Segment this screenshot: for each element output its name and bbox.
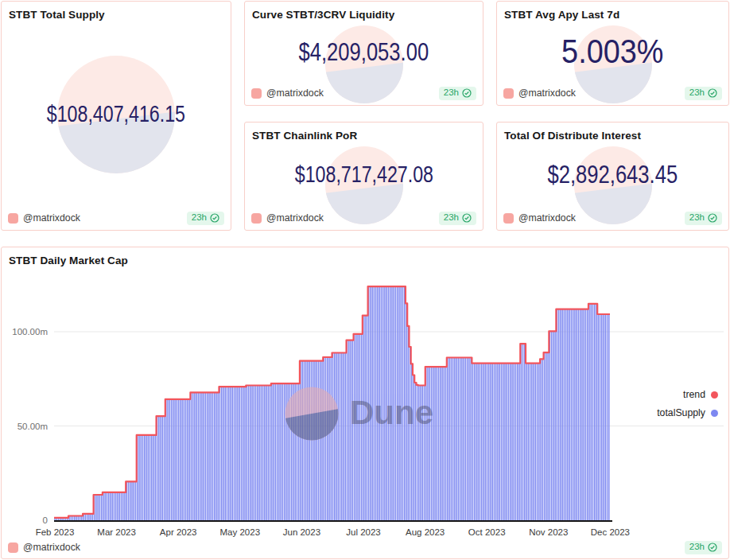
card-footer: @matrixdock 23h [497,206,728,230]
author-handle[interactable]: @matrixdock [266,212,434,224]
counter-value: 5.003% [561,33,663,71]
counter-card-total-supply: STBT Total Supply $108,407,416.15 @matri… [1,1,231,231]
freshness-badge[interactable]: 23h [685,541,722,554]
author-avatar [251,213,262,224]
counter-body: 5.003% [497,22,728,81]
author-handle[interactable]: @matrixdock [23,212,182,224]
freshness-label: 23h [689,213,705,223]
counter-card-distribute-interest: Total Of Distribute Interest $2,892,643.… [496,122,729,231]
legend-item-trend[interactable]: trend [683,389,718,400]
counter-card-curve-liquidity: Curve STBT/3CRV Liquidity $4,209,053.00 … [244,1,483,106]
card-title: Curve STBT/3CRV Liquidity [245,2,483,21]
author-handle[interactable]: @matrixdock [266,88,434,99]
check-circle-icon [462,213,472,223]
freshness-label: 23h [689,542,705,552]
author-handle[interactable]: @matrixdock [518,88,680,99]
chart-legend: trend totalSupply [657,389,718,418]
author-avatar [503,88,514,99]
svg-text:50.00m: 50.00m [17,422,48,431]
counter-card-avg-apy: STBT Avg Apy Last 7d 5.003% @matrixdock … [496,1,729,106]
author-handle[interactable]: @matrixdock [518,212,680,224]
freshness-label: 23h [444,213,459,223]
freshness-badge[interactable]: 23h [439,87,476,100]
card-footer: @matrixdock 23h [245,206,483,230]
legend-label: totalSupply [657,407,705,418]
svg-text:0: 0 [43,515,48,525]
counter-value: $108,407,416.15 [47,101,185,127]
author-handle[interactable]: @matrixdock [23,542,680,553]
freshness-badge[interactable]: 23h [685,87,722,100]
chart-title: STBT Daily Market Cap [2,247,728,266]
dune-watermark-text: Dune [350,394,433,431]
author-avatar [8,542,18,553]
dashboard-grid: STBT Total Supply $108,407,416.15 @matri… [0,0,730,231]
check-circle-icon [708,542,717,552]
author-avatar [251,88,262,99]
freshness-badge[interactable]: 23h [439,212,476,225]
legend-label: trend [683,389,705,400]
legend-dot-trend [711,391,718,399]
card-footer: @matrixdock 23h [2,206,231,230]
counter-body: $108,407,416.15 [2,22,231,206]
freshness-label: 23h [689,88,705,98]
counter-value: $2,892,643.45 [548,160,678,189]
check-circle-icon [462,88,472,98]
chart-card-daily-market-cap: Dune050.00m100.00mFeb 2023Mar 2023Apr 20… [1,247,729,559]
counter-body: $108,717,427.08 [245,143,483,206]
author-avatar [8,213,18,224]
check-circle-icon [708,213,717,223]
card-title: STBT Total Supply [2,2,231,21]
market-cap-plot[interactable]: Dune050.00m100.00mFeb 2023Mar 2023Apr 20… [2,247,729,558]
author-avatar [503,213,514,224]
legend-dot-totalsupply [711,410,718,417]
counter-card-chainlink-por: STBT Chainlink PoR $108,717,427.08 @matr… [244,122,483,231]
card-footer: @matrixdock 23h [497,81,728,105]
check-circle-icon [708,88,717,98]
counter-value: $4,209,053.00 [299,37,429,67]
freshness-label: 23h [444,88,459,98]
freshness-label: 23h [192,213,207,223]
card-footer: @matrixdock 23h [2,536,728,558]
card-title: STBT Chainlink PoR [245,122,483,142]
card-title: STBT Avg Apy Last 7d [497,2,728,21]
freshness-badge[interactable]: 23h [187,212,224,225]
legend-item-totalsupply[interactable]: totalSupply [657,407,718,418]
counter-body: $4,209,053.00 [245,22,483,81]
card-title: Total Of Distribute Interest [497,122,728,142]
freshness-badge[interactable]: 23h [685,212,722,225]
counter-value: $108,717,427.08 [294,161,433,188]
svg-text:100.00m: 100.00m [12,327,48,336]
counter-body: $2,892,643.45 [497,143,728,206]
card-footer: @matrixdock 23h [245,81,483,105]
check-circle-icon [210,213,219,223]
